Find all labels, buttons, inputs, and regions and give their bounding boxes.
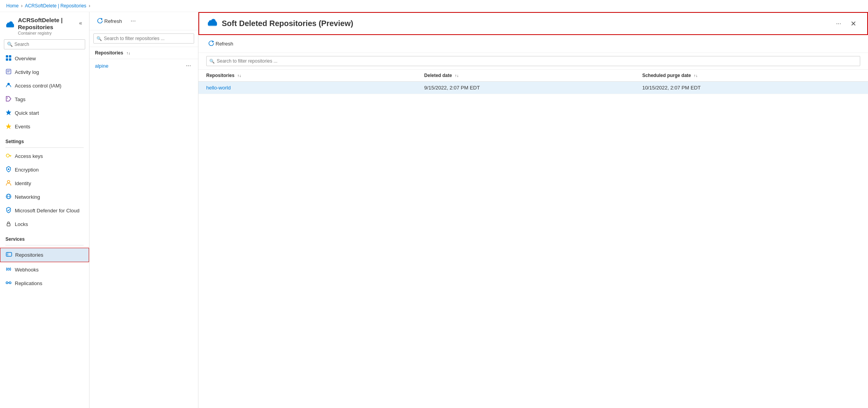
svg-rect-5 (6, 55, 8, 58)
breadcrumb-resource[interactable]: ACRSoftDelete | Repositories (25, 3, 86, 9)
svg-rect-9 (6, 69, 11, 74)
svg-point-28 (7, 254, 7, 255)
svg-rect-7 (6, 58, 8, 61)
nav-identity[interactable]: Identity (0, 177, 89, 190)
sort-repos-icon[interactable]: ↑↓ (126, 51, 130, 55)
svg-rect-4 (6, 24, 14, 27)
nav-tags[interactable]: Tags (0, 93, 89, 106)
encryption-icon (5, 166, 12, 173)
nav-overview-label: Overview (15, 56, 36, 61)
middle-col-repos-label: Repositories (95, 50, 123, 56)
right-search-input[interactable] (206, 56, 860, 66)
middle-refresh-btn[interactable]: Refresh (95, 16, 125, 26)
services-divider (5, 245, 84, 245)
breadcrumb: Home › ACRSoftDelete | Repositories › (0, 0, 868, 12)
nav-repositories[interactable]: Repositories (0, 248, 89, 262)
repo-ellipsis-alpine[interactable]: ··· (184, 62, 193, 69)
nav-replications[interactable]: Replications (0, 277, 89, 290)
nav-access-control[interactable]: Access control (IAM) (0, 79, 89, 93)
svg-marker-13 (6, 96, 11, 101)
nav-locks-label: Locks (15, 221, 28, 227)
svg-rect-6 (9, 55, 11, 58)
nav-networking-label: Networking (15, 194, 40, 200)
sort-purge-icon[interactable]: ↑↓ (694, 74, 698, 78)
sort-deleted-icon[interactable]: ↑↓ (455, 74, 459, 78)
col-header-purge: Scheduled purge date ↑↓ (642, 73, 860, 78)
nav-access-keys[interactable]: Access keys (0, 149, 89, 163)
right-panel-title: Soft Deleted Repositories (Preview) (222, 19, 353, 28)
middle-ellipsis-btn[interactable]: ··· (128, 16, 139, 26)
nav-replications-label: Replications (15, 280, 42, 286)
nav-repositories-label: Repositories (15, 252, 43, 258)
nav-events[interactable]: Events (0, 120, 89, 133)
row-repo-hello-world[interactable]: hello-world (206, 85, 424, 91)
row-deleted-date: 9/15/2022, 2:07 PM EDT (424, 85, 642, 91)
services-section-label: Services (0, 231, 89, 243)
breadcrumb-sep1: › (21, 3, 23, 9)
breadcrumb-home[interactable]: Home (6, 3, 19, 9)
col-header-deleted: Deleted date ↑↓ (424, 73, 642, 78)
locks-icon (5, 221, 12, 228)
table-header: Repositories ↑↓ Deleted date ↑↓ Schedule… (198, 70, 868, 82)
replications-icon (5, 280, 12, 287)
middle-refresh-label: Refresh (104, 18, 122, 24)
nav-overview[interactable]: Overview (0, 52, 89, 65)
repo-name-alpine: alpine (95, 63, 109, 69)
svg-point-14 (7, 98, 8, 98)
right-panel-ellipsis-btn[interactable]: ··· (833, 19, 844, 29)
networking-icon (5, 193, 12, 201)
svg-marker-39 (212, 40, 214, 43)
settings-section-label: Settings (0, 133, 89, 146)
middle-search-input[interactable] (93, 33, 194, 44)
table-row[interactable]: hello-world 9/15/2022, 2:07 PM EDT 10/15… (198, 82, 868, 94)
sort-repo-icon[interactable]: ↑↓ (237, 74, 241, 78)
right-panel-header: Soft Deleted Repositories (Preview) ··· … (198, 12, 868, 35)
row-purge-date: 10/15/2022, 2:07 PM EDT (642, 85, 860, 91)
svg-point-20 (8, 168, 9, 170)
nav-webhooks-label: Webhooks (15, 267, 39, 273)
nav-defender[interactable]: Microsoft Defender for Cloud (0, 204, 89, 217)
sidebar: ACRSoftDelete | Repositories Container r… (0, 12, 89, 408)
events-icon (5, 123, 12, 130)
right-panel-close-btn[interactable]: ✕ (847, 18, 859, 30)
right-panel: Soft Deleted Repositories (Preview) ··· … (198, 12, 868, 408)
nav-activity-log[interactable]: Activity log (0, 65, 89, 79)
right-refresh-btn[interactable]: Refresh (206, 39, 236, 49)
repo-item-alpine[interactable]: alpine ··· (89, 59, 198, 72)
nav-quickstart-label: Quick start (15, 110, 39, 116)
access-control-icon (5, 82, 12, 89)
refresh-icon (97, 18, 103, 25)
svg-point-31 (9, 282, 11, 284)
svg-rect-25 (7, 224, 10, 226)
sidebar-title: ACRSoftDelete | Repositories (18, 17, 77, 31)
nav-identity-label: Identity (15, 180, 31, 186)
right-search-icon: 🔍 (209, 59, 215, 64)
sidebar-search-input[interactable] (4, 39, 85, 49)
nav-locks[interactable]: Locks (0, 217, 89, 231)
nav-tags-label: Tags (15, 96, 25, 102)
middle-panel: Refresh ··· 🔍 Repositories ↑↓ alpine ··· (89, 12, 198, 408)
nav-webhooks[interactable]: Webhooks (0, 263, 89, 277)
nav-networking[interactable]: Networking (0, 190, 89, 204)
acr-cloud-icon (5, 20, 15, 32)
right-refresh-icon (209, 40, 214, 47)
nav-access-control-label: Access control (IAM) (15, 83, 61, 89)
identity-icon (5, 180, 12, 187)
tags-icon (5, 96, 12, 103)
svg-point-17 (6, 154, 9, 157)
sidebar-collapse-btn[interactable]: « (77, 18, 84, 28)
webhooks-icon (5, 266, 12, 273)
nav-quickstart[interactable]: Quick start (0, 106, 89, 120)
nav-events-label: Events (15, 124, 30, 130)
svg-point-29 (8, 268, 10, 270)
repos-icon (6, 251, 12, 259)
nav-access-keys-label: Access keys (15, 153, 43, 159)
nav-encryption[interactable]: Encryption (0, 163, 89, 177)
right-refresh-label: Refresh (216, 41, 233, 47)
defender-icon (5, 207, 12, 214)
svg-marker-16 (6, 123, 11, 129)
right-search-bar: 🔍 (198, 53, 868, 70)
right-toolbar: Refresh (198, 35, 868, 53)
nav-defender-label: Microsoft Defender for Cloud (15, 208, 79, 214)
quickstart-icon (5, 109, 12, 117)
